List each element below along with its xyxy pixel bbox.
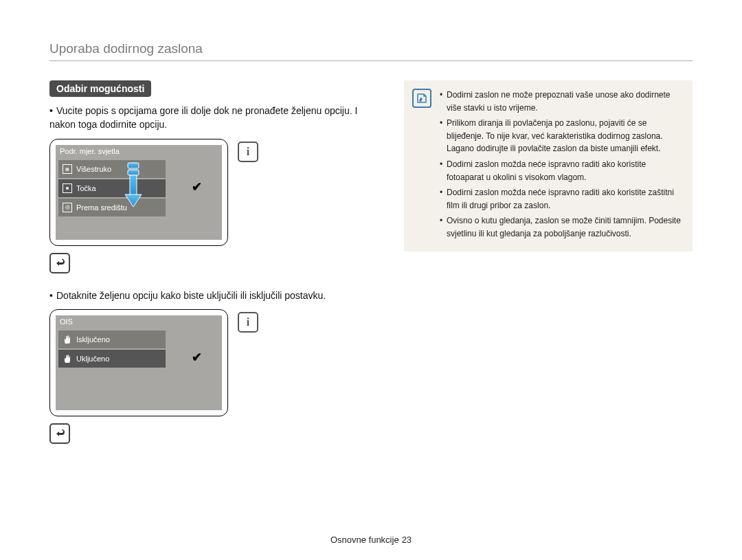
- list-item[interactable]: OIS Uključeno: [58, 350, 166, 368]
- info-button[interactable]: i: [238, 312, 258, 333]
- note-item: Dodirni zaslon ne može prepoznati vaše u…: [440, 89, 683, 114]
- list-item[interactable]: ▦ Višestruko: [58, 160, 166, 178]
- bullet-2: •Dotaknite željenu opciju kako biste ukl…: [49, 289, 379, 302]
- spot-metering-icon: [63, 183, 72, 193]
- page-title: Uporaba dodirnog zaslona: [49, 41, 693, 61]
- screen2-title: OIS: [60, 317, 73, 326]
- check-icon: ✔: [192, 179, 202, 194]
- note-item: Ovisno o kutu gledanja, zaslon se može č…: [440, 214, 683, 240]
- back-button[interactable]: [49, 253, 70, 273]
- device-frame-1: Podr. mjer. svjetla ▦ Višestruko Točka ◎: [49, 139, 228, 246]
- back-button[interactable]: [49, 423, 70, 444]
- screen1-title: Podr. mjer. svjetla: [60, 147, 120, 155]
- note-item: Dodirni zaslon možda neće ispravno radit…: [440, 186, 683, 212]
- section-heading: Odabir mogućnosti: [49, 80, 151, 97]
- left-column: Odabir mogućnosti •Vucite popis s opcija…: [49, 80, 379, 459]
- svg-text:OIS: OIS: [65, 360, 70, 363]
- note-item: Dodirni zaslon možda neće ispravno radit…: [440, 158, 683, 183]
- note-box: Dodirni zaslon ne može prepoznati vaše u…: [404, 80, 693, 251]
- right-column: Dodirni zaslon ne može prepoznati vaše u…: [404, 80, 693, 459]
- list-item[interactable]: ◎ Prema središtu: [58, 199, 166, 216]
- info-icon: i: [247, 316, 249, 328]
- info-icon: i: [247, 146, 249, 158]
- ois-on-icon: OIS: [63, 354, 72, 363]
- list-item[interactable]: OFF Isključeno: [58, 331, 166, 348]
- center-metering-icon: ◎: [63, 203, 72, 212]
- note-item: Prilikom diranja ili povlačenja po zaslo…: [440, 117, 683, 155]
- info-button[interactable]: i: [238, 142, 258, 162]
- multi-metering-icon: ▦: [63, 164, 72, 174]
- back-icon: [54, 428, 65, 439]
- svg-text:OFF: OFF: [65, 341, 71, 344]
- ois-off-icon: OFF: [63, 335, 72, 344]
- touchscreen-1[interactable]: Podr. mjer. svjetla ▦ Višestruko Točka ◎: [56, 145, 222, 240]
- page-footer: Osnovne funkcije23: [0, 535, 742, 545]
- list-item[interactable]: Točka: [58, 179, 166, 197]
- check-icon: ✔: [192, 350, 202, 365]
- device-frame-2: OIS OFF Isključeno OIS: [49, 309, 228, 416]
- back-icon: [54, 258, 65, 269]
- note-icon: [412, 89, 431, 108]
- bullet-1: •Vucite popis s opcijama gore ili dolje …: [49, 104, 379, 132]
- touchscreen-2[interactable]: OIS OFF Isključeno OIS: [56, 315, 222, 410]
